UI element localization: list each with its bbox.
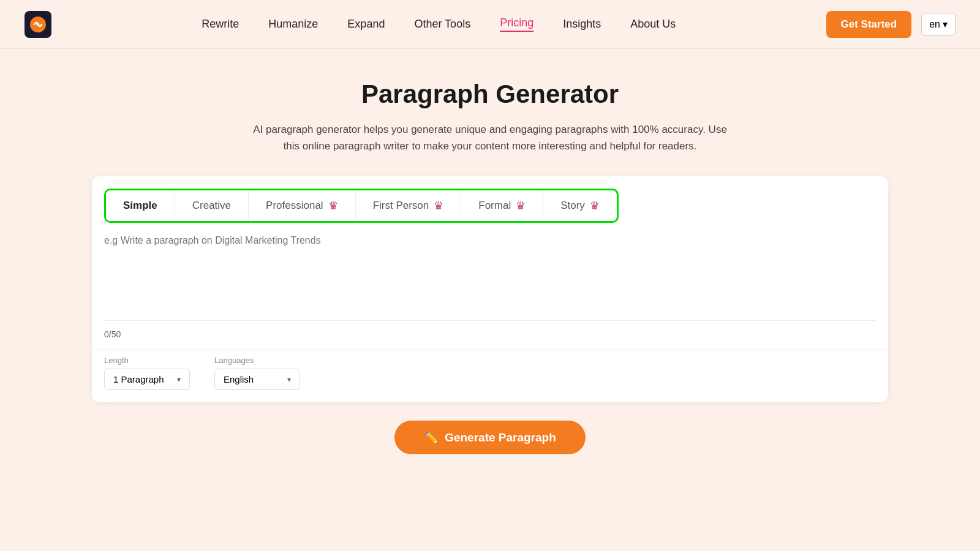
language-select[interactable]: English ▾ <box>214 369 300 390</box>
language-control: Languages English ▾ <box>214 356 300 390</box>
generate-icon: ✏️ <box>424 430 439 444</box>
tab-formal[interactable]: Formal ♛ <box>461 190 543 221</box>
svg-point-1 <box>36 23 40 26</box>
nav-other-tools[interactable]: Other Tools <box>414 18 470 31</box>
tab-professional-label: Professional <box>266 200 323 212</box>
lang-chevron-icon: ▾ <box>943 18 948 30</box>
main-content: Paragraph Generator AI paragraph generat… <box>0 49 980 454</box>
professional-crown-icon: ♛ <box>328 199 338 212</box>
language-selector[interactable]: en ▾ <box>921 13 956 36</box>
language-value: English <box>224 374 254 384</box>
header: Rewrite Humanize Expand Other Tools Pric… <box>0 0 980 49</box>
textarea-wrapper <box>92 223 888 323</box>
controls-row: Length 1 Paragraph ▾ Languages English ▾ <box>92 349 888 402</box>
lang-value: en <box>929 19 940 30</box>
tab-first-person-label: First Person <box>373 200 429 212</box>
nav: Rewrite Humanize Expand Other Tools Pric… <box>202 17 676 32</box>
tab-first-person[interactable]: First Person ♛ <box>356 190 462 221</box>
formal-crown-icon: ♛ <box>516 199 526 212</box>
length-select[interactable]: 1 Paragraph ▾ <box>104 369 190 390</box>
tab-creative-label: Creative <box>192 200 231 212</box>
length-label: Length <box>104 356 190 365</box>
languages-label: Languages <box>214 356 300 365</box>
nav-pricing[interactable]: Pricing <box>500 17 533 32</box>
get-started-button[interactable]: Get Started <box>826 11 912 38</box>
generate-btn-wrapper: ✏️ Generate Paragraph <box>394 421 586 454</box>
page-subtitle: AI paragraph generator helps you generat… <box>251 121 729 154</box>
generate-button[interactable]: ✏️ Generate Paragraph <box>394 421 586 454</box>
tool-card: Simple Creative Professional ♛ First Per… <box>92 176 888 402</box>
logo[interactable] <box>24 11 51 38</box>
tab-simple[interactable]: Simple <box>106 190 175 221</box>
story-crown-icon: ♛ <box>590 199 600 212</box>
language-chevron-icon: ▾ <box>287 375 291 384</box>
length-chevron-icon: ▾ <box>177 375 181 384</box>
nav-about-us[interactable]: About Us <box>630 18 676 31</box>
header-right: Get Started en ▾ <box>826 11 956 38</box>
tab-formal-label: Formal <box>478 200 511 212</box>
first-person-crown-icon: ♛ <box>434 199 443 212</box>
paragraph-input[interactable] <box>104 223 876 321</box>
page-title: Paragraph Generator <box>361 80 619 109</box>
length-control: Length 1 Paragraph ▾ <box>104 356 190 390</box>
tab-story[interactable]: Story ♛ <box>543 190 617 221</box>
tabs-container: Simple Creative Professional ♛ First Per… <box>104 189 619 223</box>
nav-rewrite[interactable]: Rewrite <box>202 18 239 31</box>
generate-label: Generate Paragraph <box>445 431 556 444</box>
tab-simple-label: Simple <box>123 200 157 212</box>
char-count: 0/50 <box>92 323 888 349</box>
nav-expand[interactable]: Expand <box>347 18 385 31</box>
nav-humanize[interactable]: Humanize <box>268 18 318 31</box>
length-value: 1 Paragraph <box>113 374 164 384</box>
tab-story-label: Story <box>560 200 585 212</box>
nav-insights[interactable]: Insights <box>563 18 601 31</box>
tab-creative[interactable]: Creative <box>175 190 249 221</box>
tab-professional[interactable]: Professional ♛ <box>249 190 356 221</box>
